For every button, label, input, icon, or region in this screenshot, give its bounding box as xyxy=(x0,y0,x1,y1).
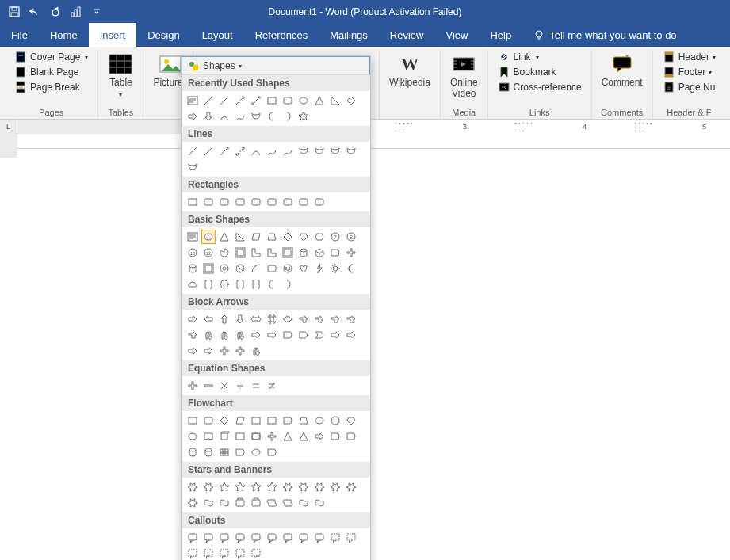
shape-sc[interactable] xyxy=(296,144,311,158)
shape-rr[interactable] xyxy=(201,413,216,428)
shape-frm[interactable] xyxy=(233,246,247,260)
shape-al[interactable] xyxy=(201,312,216,326)
shape-pl[interactable] xyxy=(233,344,247,358)
shape-cld[interactable] xyxy=(185,277,200,291)
shape-lb[interactable] xyxy=(265,277,279,291)
shape-dsh[interactable] xyxy=(344,531,358,545)
shape-frm[interactable] xyxy=(201,261,216,276)
shape-rr[interactable] xyxy=(265,261,279,276)
shape-trp[interactable] xyxy=(296,413,311,428)
shape-ld[interactable] xyxy=(249,93,263,108)
shape-wv[interactable] xyxy=(217,496,231,510)
shape-co[interactable] xyxy=(296,531,311,545)
shape-brk[interactable] xyxy=(201,277,216,291)
shape-bnt[interactable] xyxy=(344,312,358,326)
shape-ut[interactable] xyxy=(249,344,263,358)
shape-do[interactable] xyxy=(233,445,247,459)
shape-bnt[interactable] xyxy=(185,328,200,342)
shape-tb[interactable] xyxy=(185,230,200,244)
shape-co[interactable] xyxy=(281,531,295,545)
shape-tri[interactable] xyxy=(312,93,327,108)
shape-wv[interactable] xyxy=(312,496,327,510)
shape-ca[interactable] xyxy=(281,312,295,326)
shape-rtr[interactable] xyxy=(233,230,247,244)
shape-rc[interactable] xyxy=(185,195,200,209)
shape-rtr[interactable] xyxy=(328,93,342,108)
shape-alr[interactable] xyxy=(249,312,263,326)
shape-ut[interactable] xyxy=(201,328,216,342)
shape-mn[interactable] xyxy=(201,379,216,393)
shape-ln[interactable] xyxy=(185,144,200,158)
shape-do[interactable] xyxy=(328,429,342,444)
shape-sc[interactable] xyxy=(249,109,263,124)
shape-ar[interactable] xyxy=(328,328,342,342)
shape-pl[interactable] xyxy=(185,379,200,393)
shape-rb[interactable] xyxy=(281,277,295,291)
shape-eq[interactable] xyxy=(249,379,263,393)
shape-brk[interactable] xyxy=(249,277,263,291)
table-button[interactable]: Table▾ xyxy=(105,50,136,101)
shape-ut[interactable] xyxy=(217,328,231,342)
shape-sm[interactable] xyxy=(281,261,295,276)
shape-dsh[interactable] xyxy=(217,547,231,560)
shape-ar[interactable] xyxy=(312,429,327,444)
footer-button[interactable]: Footer ▾ xyxy=(659,65,719,79)
qat-customize-icon[interactable] xyxy=(87,2,106,21)
shape-rc[interactable] xyxy=(185,413,200,428)
shape-pl[interactable] xyxy=(217,344,231,358)
shape-do[interactable] xyxy=(328,246,342,260)
shape-exp[interactable] xyxy=(185,480,200,494)
online-video-button[interactable]: Online Video xyxy=(447,50,481,101)
shape-do[interactable] xyxy=(344,429,358,444)
shape-la[interactable] xyxy=(217,144,231,158)
shape-mn2[interactable] xyxy=(344,261,358,276)
shape-cb[interactable] xyxy=(312,246,327,260)
shape-ar[interactable] xyxy=(344,328,358,342)
shape-rr[interactable] xyxy=(217,195,231,209)
shape-aud[interactable] xyxy=(265,312,279,326)
shape-ut[interactable] xyxy=(233,328,247,342)
shape-cr8[interactable]: 8 xyxy=(344,230,358,244)
shape-do[interactable] xyxy=(265,445,279,459)
shape-bnt[interactable] xyxy=(312,312,327,326)
document-page[interactable] xyxy=(17,148,730,560)
shape-tb[interactable] xyxy=(185,93,200,108)
shape-pl[interactable] xyxy=(265,429,279,444)
shape-exp[interactable] xyxy=(312,480,327,494)
shape-rr[interactable] xyxy=(296,195,311,209)
shape-el[interactable] xyxy=(201,230,216,244)
shape-pl[interactable] xyxy=(344,246,358,260)
shape-cy[interactable] xyxy=(201,445,216,459)
shape-st[interactable] xyxy=(296,109,311,124)
shape-ar[interactable] xyxy=(185,312,200,326)
shape-sc[interactable] xyxy=(312,144,327,158)
wikipedia-button[interactable]: W Wikipedia xyxy=(386,50,434,90)
shape-rr[interactable] xyxy=(201,195,216,209)
shape-ld[interactable] xyxy=(233,144,247,158)
shape-ln[interactable] xyxy=(201,93,216,108)
shape-fr[interactable] xyxy=(233,109,247,124)
shape-rr[interactable] xyxy=(249,195,263,209)
shape-el[interactable] xyxy=(296,93,311,108)
shape-pie[interactable] xyxy=(217,246,231,260)
tell-me-search[interactable]: Tell me what you want to do xyxy=(522,23,687,47)
shape-bnt[interactable] xyxy=(296,312,311,326)
shape-pen[interactable] xyxy=(344,413,358,428)
shape-Lsh[interactable] xyxy=(249,246,263,260)
shape-el[interactable] xyxy=(249,445,263,459)
shape-ar[interactable] xyxy=(249,328,263,342)
shape-do[interactable] xyxy=(281,413,295,428)
shape-st[interactable] xyxy=(217,480,231,494)
tab-design[interactable]: Design xyxy=(136,23,190,47)
shape-scr[interactable] xyxy=(265,496,279,510)
shape-co[interactable] xyxy=(201,531,216,545)
shape-cy[interactable] xyxy=(185,445,200,459)
shape-dia[interactable] xyxy=(281,230,295,244)
shape-cu[interactable] xyxy=(217,109,231,124)
shape-pr[interactable] xyxy=(217,445,231,459)
shape-dsh[interactable] xyxy=(249,547,263,560)
shape-cir[interactable] xyxy=(328,413,342,428)
shape-exp[interactable] xyxy=(281,480,295,494)
shape-exp[interactable] xyxy=(201,480,216,494)
shape-mx[interactable] xyxy=(217,379,231,393)
